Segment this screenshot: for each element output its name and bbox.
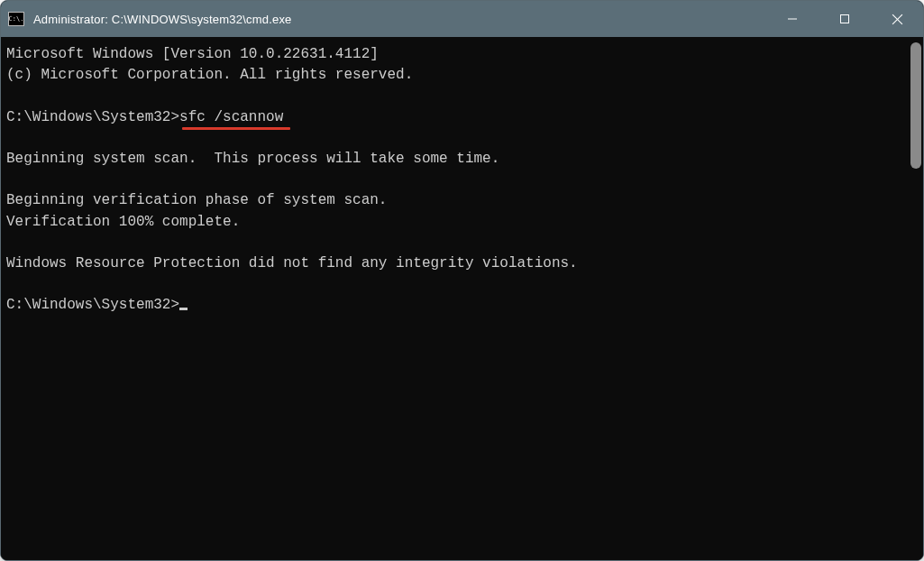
close-icon [892, 14, 903, 25]
blank-line [6, 233, 918, 253]
prompt-path: C:\Windows\System32> [6, 109, 179, 125]
cmd-icon-text: C:\. [9, 16, 24, 23]
maximize-icon [839, 14, 850, 24]
window-title: Administrator: C:\WINDOWS\system32\cmd.e… [33, 13, 766, 26]
output-line: Beginning verification phase of system s… [6, 190, 918, 211]
scrollbar-thumb[interactable] [910, 42, 921, 169]
prompt-path: C:\Windows\System32> [6, 297, 179, 313]
annotation-underline [182, 127, 290, 130]
window-controls [766, 1, 923, 37]
blank-line [6, 170, 918, 190]
output-line: Windows Resource Protection did not find… [6, 253, 918, 274]
maximize-button[interactable] [819, 1, 871, 37]
prompt-command: sfc /scannow [179, 109, 283, 125]
cmd-window: C:\. Administrator: C:\WINDOWS\system32\… [0, 0, 924, 561]
minimize-icon [787, 14, 798, 24]
output-line: Beginning system scan. This process will… [6, 149, 918, 170]
terminal-content: Microsoft Windows [Version 10.0.22631.41… [6, 44, 918, 316]
titlebar[interactable]: C:\. Administrator: C:\WINDOWS\system32\… [1, 1, 923, 37]
blank-line [6, 128, 918, 149]
prompt-line: C:\Windows\System32> [6, 295, 918, 316]
cursor [179, 308, 188, 310]
output-line: Verification 100% complete. [6, 212, 918, 233]
blank-line [6, 274, 918, 295]
cmd-icon: C:\. [8, 12, 24, 26]
blank-line [6, 86, 918, 106]
svg-rect-1 [841, 15, 849, 23]
minimize-button[interactable] [766, 1, 819, 37]
output-line: Microsoft Windows [Version 10.0.22631.41… [6, 44, 918, 65]
prompt-line: C:\Windows\System32>sfc /scannow [6, 107, 918, 128]
close-button[interactable] [871, 1, 923, 37]
terminal-body[interactable]: Microsoft Windows [Version 10.0.22631.41… [1, 37, 923, 560]
output-line: (c) Microsoft Corporation. All rights re… [6, 65, 918, 86]
